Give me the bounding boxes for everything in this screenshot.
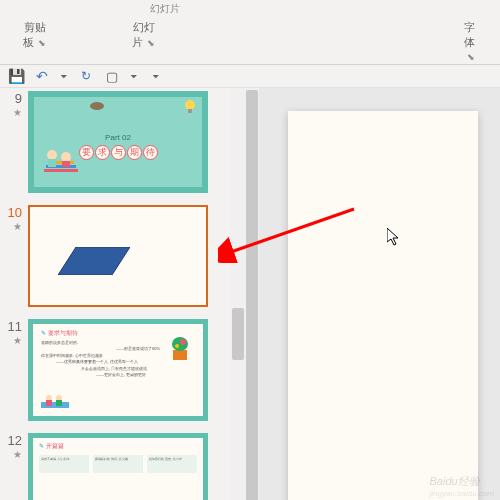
animation-marker-icon: ★ — [4, 449, 22, 461]
svg-rect-18 — [46, 400, 52, 406]
ribbon-group-font: 字体⬊ — [458, 20, 480, 62]
expand-icon[interactable]: ⬊ — [147, 38, 155, 48]
editor-scrollbar[interactable] — [245, 88, 259, 500]
slide-title: ✎ 开篇篇 — [39, 442, 197, 451]
people-illustration-icon — [41, 390, 71, 410]
deco-icon — [89, 101, 105, 111]
qat-customize[interactable]: ⏷ — [152, 72, 160, 81]
svg-rect-19 — [56, 400, 62, 406]
slide-title: 要 求 与 期 待 — [79, 145, 158, 160]
present-dropdown[interactable]: ⏷ — [130, 72, 138, 81]
thumbnail-row: 11 ★ ✎ 要求与期待 老師的说多总是对的. ——那是准肯成功了90% 你在课… — [0, 316, 245, 424]
slide-thumbnail-12[interactable]: ✎ 开篇篇 成功不易偶 方法多种. 拥堵版好的 情识, 比突破. 经知费程的 意… — [28, 433, 208, 500]
undo-button[interactable]: ↶ — [34, 68, 50, 84]
slide-title: ✎ 要求与期待 — [41, 329, 78, 338]
slide-number: 11 ★ — [4, 319, 28, 421]
scrollbar-thumb[interactable] — [246, 90, 258, 500]
svg-point-12 — [172, 337, 188, 351]
ribbon-top-item: 幻灯片 — [150, 2, 180, 16]
slide-part-label: Part 02 — [105, 133, 131, 142]
svg-point-4 — [61, 152, 71, 162]
svg-marker-10 — [58, 247, 130, 275]
thumbnail-row: 10 ★ — [0, 202, 245, 310]
svg-rect-0 — [44, 169, 78, 172]
present-button[interactable]: ▢ — [104, 68, 120, 84]
thumbnail-row: 9 ★ Part 02 要 求 与 期 待 — [0, 88, 245, 196]
ribbon-area: 幻灯片 剪贴板⬊ 幻灯片⬊ 字体⬊ — [0, 0, 500, 65]
slide-thumbnail-10[interactable] — [28, 205, 208, 307]
thumbnail-row: 12 ★ ✎ 开篇篇 成功不易偶 方法多种. 拥堵版好的 情识, 比突破. 经知… — [0, 430, 245, 500]
animation-marker-icon: ★ — [4, 221, 22, 233]
thumbnail-panel: 9 ★ Part 02 要 求 与 期 待 — [0, 88, 245, 500]
svg-rect-5 — [48, 159, 56, 167]
thumbnail-scrollbar[interactable] — [231, 88, 245, 500]
slide-number: 9 ★ — [4, 91, 28, 193]
animation-marker-icon: ★ — [4, 107, 22, 119]
slide-editor[interactable] — [245, 88, 500, 500]
svg-point-14 — [175, 344, 179, 348]
quick-access-toolbar: 💾 ↶ ⏷ ↻ ▢ ⏷ ⏷ — [0, 65, 500, 88]
main-area: 9 ★ Part 02 要 求 与 期 待 — [0, 88, 500, 500]
books-illustration-icon — [40, 141, 82, 181]
save-button[interactable]: 💾 — [8, 68, 24, 84]
undo-dropdown[interactable]: ⏷ — [60, 72, 68, 81]
svg-rect-6 — [62, 161, 70, 167]
scrollbar-thumb[interactable] — [232, 308, 244, 360]
slide-number: 10 ★ — [4, 205, 28, 307]
svg-point-8 — [185, 100, 195, 110]
svg-rect-15 — [41, 402, 69, 408]
animation-marker-icon: ★ — [4, 335, 22, 347]
redo-button[interactable]: ↻ — [78, 68, 94, 84]
slide-thumbnail-11[interactable]: ✎ 要求与期待 老師的说多总是对的. ——那是准肯成功了90% 你在课中时间越多… — [28, 319, 208, 421]
svg-rect-11 — [173, 350, 187, 360]
svg-point-13 — [180, 339, 186, 345]
bulb-icon — [184, 99, 196, 115]
ribbon-group-slides: 幻灯片⬊ — [129, 20, 158, 62]
slide-number: 12 ★ — [4, 433, 28, 500]
slide-canvas[interactable] — [288, 111, 478, 501]
expand-icon[interactable]: ⬊ — [38, 38, 46, 48]
slide-columns: 成功不易偶 方法多种. 拥堵版好的 情识, 比突破. 经知费程的 意志, 比出甲 — [39, 455, 197, 473]
slide-thumbnail-9[interactable]: Part 02 要 求 与 期 待 — [28, 91, 208, 193]
svg-point-3 — [47, 150, 57, 160]
svg-point-7 — [90, 102, 104, 110]
plant-illustration-icon — [165, 332, 195, 362]
watermark: Baidu经验 jingyan.baidu.com — [430, 474, 494, 498]
parallelogram-shape — [58, 247, 130, 275]
svg-rect-9 — [188, 109, 192, 113]
ribbon-group-clipboard: 剪贴板⬊ — [20, 20, 49, 62]
expand-icon[interactable]: ⬊ — [467, 52, 475, 62]
